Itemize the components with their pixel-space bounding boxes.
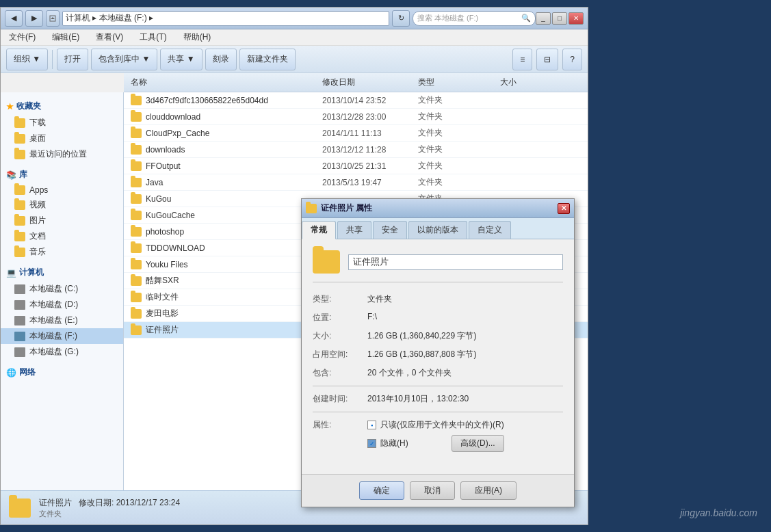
sidebar-item-f[interactable]: 本地磁盘 (F:) [1, 328, 123, 344]
burn-button[interactable]: 刻录 [205, 49, 237, 70]
menu-view[interactable]: 查看(V) [93, 30, 126, 44]
menu-file[interactable]: 文件(F) [6, 30, 38, 44]
minimize-button[interactable]: _ [536, 12, 551, 25]
readonly-label: 只读(仅应用于文件夹中的文件)(R) [380, 419, 504, 431]
tab-general[interactable]: 常规 [302, 221, 336, 239]
table-row[interactable]: downloads 2013/12/12 11:28 文件夹 [124, 142, 588, 158]
title-bar: ◀ ▶ 计算机 ▸ 本地磁盘 (F:) ▸ ↻ 搜索 本地磁盘 (F:) 🔍 _… [1, 8, 588, 29]
created-row: 创建时间: 2013年10月10日，13:02:30 [313, 393, 563, 405]
back-button[interactable]: ◀ [5, 10, 23, 27]
ok-button[interactable]: 确定 [359, 481, 404, 500]
tab-share[interactable]: 共享 [337, 221, 371, 239]
sidebar-item-pictures[interactable]: 图片 [1, 213, 123, 228]
library-section: 📚 库 Apps 视频 图片 文档 [1, 166, 123, 260]
computer-header[interactable]: 💻 计算机 [1, 264, 123, 281]
table-row[interactable]: Java 2013/5/13 19:47 文件夹 [124, 174, 588, 191]
sidebar-item-music[interactable]: 音乐 [1, 244, 123, 260]
readonly-checkbox[interactable]: ▪ [367, 421, 376, 429]
pane-toggle[interactable]: ⊟ [536, 49, 558, 70]
sidebar-item-d[interactable]: 本地磁盘 (D:) [1, 297, 123, 312]
sidebar-item-c[interactable]: 本地磁盘 (C:) [1, 281, 123, 297]
dialog-footer: 确定 取消 应用(A) [302, 474, 574, 507]
advanced-button[interactable]: 高级(D)... [452, 435, 504, 452]
window-controls: _ □ ✕ [536, 12, 584, 25]
col-date[interactable]: 修改日期 [322, 77, 418, 88]
share-button[interactable]: 共享 ▼ [160, 49, 202, 70]
dialog-folder-name-input[interactable] [348, 254, 563, 270]
search-icon: 🔍 [521, 14, 531, 23]
dialog-tabs: 常规 共享 安全 以前的版本 自定义 [302, 218, 574, 239]
col-name[interactable]: 名称 [131, 77, 322, 88]
file-name: 3d467cf9dfc130665822e65d04dd [131, 96, 322, 105]
drive-icon [14, 300, 25, 310]
forward-button[interactable]: ▶ [25, 10, 43, 27]
disk-size-label: 占用空间: [313, 349, 367, 360]
close-button[interactable]: ✕ [569, 12, 584, 25]
organize-button[interactable]: 组织 ▼ [6, 49, 48, 70]
sidebar-item-apps[interactable]: Apps [1, 183, 123, 197]
favorites-header[interactable]: ★ 收藏夹 [1, 98, 123, 115]
include-library-button[interactable]: 包含到库中 ▼ [91, 49, 157, 70]
cancel-button[interactable]: 取消 [410, 481, 455, 500]
sidebar-item-recent[interactable]: 最近访问的位置 [1, 146, 123, 162]
refresh-button[interactable]: ↻ [392, 10, 410, 27]
sidebar-item-desktop[interactable]: 桌面 [1, 131, 123, 146]
readonly-row: ▪ 只读(仅应用于文件夹中的文件)(R) [367, 419, 504, 431]
toolbar-right: ≡ ⊟ ? [512, 49, 582, 70]
sidebar-label: 本地磁盘 (F:) [29, 330, 77, 342]
col-type[interactable]: 类型 [418, 77, 500, 88]
tab-security[interactable]: 安全 [373, 221, 407, 239]
view-toggle[interactable]: ≡ [512, 49, 532, 70]
sidebar-item-video[interactable]: 视频 [1, 197, 123, 213]
attr-controls: ▪ 只读(仅应用于文件夹中的文件)(R) ✓ 隐藏(H) 高级(D)... [367, 419, 504, 456]
open-button[interactable]: 打开 [57, 49, 88, 70]
dialog-close-button[interactable]: ✕ [558, 203, 570, 214]
type-label: 类型: [313, 293, 367, 305]
menu-tools[interactable]: 工具(T) [137, 30, 169, 44]
favorites-label: 收藏夹 [16, 101, 41, 112]
folder-icon [131, 161, 142, 171]
sidebar-item-download[interactable]: 下载 [1, 115, 123, 131]
contains-value: 20 个文件，0 个文件夹 [367, 367, 563, 379]
file-name: KuGou [131, 194, 322, 204]
new-folder-button[interactable]: 新建文件夹 [239, 49, 296, 70]
file-name: TDDOWNLOAD [131, 243, 322, 253]
apply-button[interactable]: 应用(A) [460, 481, 517, 500]
tab-previous[interactable]: 以前的版本 [408, 221, 467, 239]
tab-custom[interactable]: 自定义 [469, 221, 511, 239]
table-row[interactable]: 3d467cf9dfc130665822e65d04dd 2013/10/14 … [124, 92, 588, 109]
status-info: 证件照片 修改日期: 2013/12/17 23:24 文件夹 [39, 497, 180, 519]
menu-edit[interactable]: 编辑(E) [49, 30, 82, 44]
library-label: 库 [19, 169, 27, 181]
menu-help[interactable]: 帮助(H) [181, 30, 214, 44]
location-label: 位置: [313, 312, 367, 323]
size-row: 大小: 1.26 GB (1,360,840,229 字节) [313, 330, 563, 342]
location-row: 位置: F:\ [313, 312, 563, 323]
file-name: 酷舞SXR [131, 275, 322, 287]
created-label: 创建时间: [313, 393, 367, 405]
sidebar-label: Apps [29, 185, 48, 195]
computer-icon: 💻 [6, 268, 16, 278]
address-bar[interactable]: 计算机 ▸ 本地磁盘 (F:) ▸ [62, 11, 389, 26]
network-section: 🌐 网络 [1, 364, 123, 381]
sidebar-item-g[interactable]: 本地磁盘 (G:) [1, 344, 123, 360]
table-row[interactable]: FFOutput 2013/10/25 21:31 文件夹 [124, 158, 588, 174]
network-header[interactable]: 🌐 网络 [1, 364, 123, 381]
hidden-checkbox[interactable]: ✓ [367, 439, 376, 448]
column-header: 名称 修改日期 类型 大小 [124, 73, 588, 92]
col-size[interactable]: 大小 [500, 77, 569, 88]
folder-icon [131, 276, 142, 286]
sidebar-label: 本地磁盘 (G:) [29, 346, 79, 358]
sidebar-item-docs[interactable]: 文档 [1, 228, 123, 244]
sidebar-label: 下载 [29, 117, 46, 129]
table-row[interactable]: clouddownload 2013/12/28 23:00 文件夹 [124, 109, 588, 125]
title-bar-nav: ◀ ▶ 计算机 ▸ 本地磁盘 (F:) ▸ ↻ 搜索 本地磁盘 (F:) 🔍 [5, 10, 536, 27]
maximize-button[interactable]: □ [552, 12, 567, 25]
network-icon: 🌐 [6, 368, 16, 377]
search-bar[interactable]: 搜索 本地磁盘 (F:) 🔍 [413, 11, 536, 26]
table-row[interactable]: CloudPxp_Cache 2014/1/11 11:13 文件夹 [124, 125, 588, 142]
library-header[interactable]: 📚 库 [1, 166, 123, 183]
help-button[interactable]: ? [562, 49, 582, 70]
sidebar-item-e[interactable]: 本地磁盘 (E:) [1, 312, 123, 328]
up-button[interactable] [46, 10, 60, 27]
